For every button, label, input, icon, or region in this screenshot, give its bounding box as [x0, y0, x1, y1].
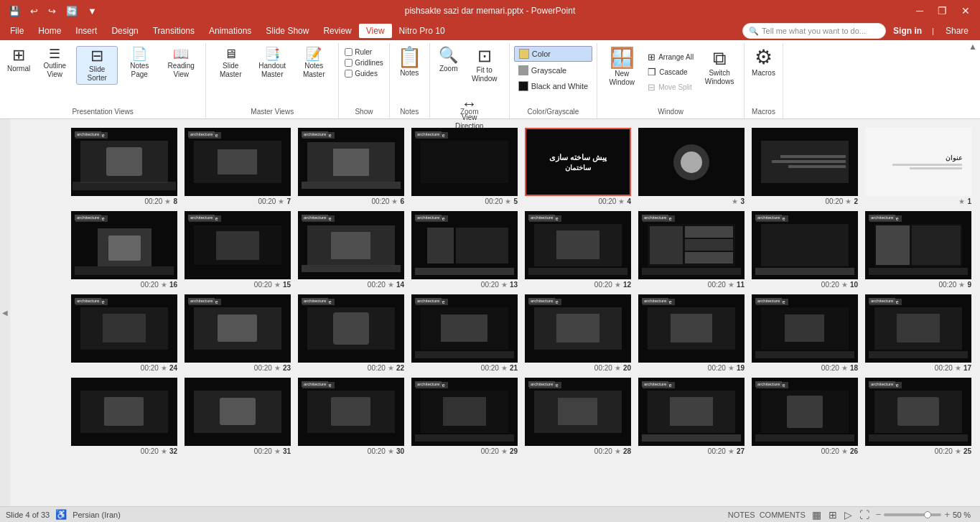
switch-windows-button[interactable]: ⧉ Switch Windows	[699, 46, 739, 89]
slide-thumb-23[interactable]: architecture	[185, 294, 291, 363]
slide-item-12[interactable]: architecture 00:20 ★ 12	[523, 210, 633, 290]
slide-thumb-30[interactable]: architecture	[298, 378, 404, 446]
customize-icon[interactable]: ▼	[85, 4, 100, 18]
slide-thumb-1[interactable]: عنوان	[865, 128, 971, 196]
slide-item-9[interactable]: architecture 00:20 ★ 9	[864, 210, 973, 290]
zoom-button[interactable]: 🔍 Zoom	[434, 46, 463, 75]
slide-thumb-24[interactable]: architecture	[71, 294, 177, 363]
slide-item-2[interactable]: 00:20 ★ 2	[750, 126, 859, 207]
slide-item-26[interactable]: architecture 00:20 ★ 26	[750, 376, 859, 457]
slide-item-32[interactable]: 00:20 ★ 32	[70, 376, 179, 457]
zoom-level[interactable]: 50 %	[953, 511, 974, 519]
new-window-button[interactable]: 🪟 New Window	[602, 46, 642, 89]
slide-thumb-22[interactable]: architecture	[298, 294, 404, 363]
notes-button[interactable]: 📋 Notes	[394, 46, 425, 79]
notes-page-button[interactable]: 📄 Notes Page	[119, 46, 159, 80]
save-icon[interactable]: 💾	[6, 4, 23, 18]
reading-view-status-icon[interactable]: ▷	[842, 508, 854, 521]
slide-thumb-10[interactable]: architecture	[752, 211, 858, 279]
slide-item-3[interactable]: ★ 3	[637, 126, 746, 207]
slide-thumb-27[interactable]: architecture	[638, 378, 745, 446]
gridlines-checkbox[interactable]: Gridlines	[343, 58, 384, 67]
comments-toggle-button[interactable]: COMMENTS	[760, 511, 806, 519]
slide-thumb-32[interactable]	[71, 378, 177, 446]
slide-item-7[interactable]: architecture 00:20 ★ 7	[183, 126, 292, 207]
restore-button[interactable]: ❐	[933, 4, 951, 18]
slide-thumb-5[interactable]: architecture	[411, 128, 518, 196]
slide-item-16[interactable]: architecture 00:20 ★ 16	[70, 210, 179, 290]
outline-view-button[interactable]: ☰ Outline View	[34, 46, 75, 80]
slide-sorter-view[interactable]: architecture 00:20 ★ 8 architecture	[10, 119, 980, 506]
arrange-all-button[interactable]: ⊞ Arrange All	[645, 50, 696, 64]
signin-button[interactable]: Sign in	[886, 24, 929, 38]
slide-item-27[interactable]: architecture 00:20 ★ 27	[637, 376, 746, 457]
slide-thumb-6[interactable]: architecture	[298, 128, 404, 196]
reading-view-button[interactable]: 📖 Reading View	[161, 46, 201, 80]
menu-transitions[interactable]: Transitions	[146, 24, 202, 38]
slide-sorter-button[interactable]: ⊟ Slide Sorter	[76, 46, 118, 85]
slide-item-30[interactable]: architecture 00:20 ★ 30	[297, 376, 406, 457]
slide-thumb-18[interactable]: architecture	[752, 294, 858, 363]
undo-icon[interactable]: ↩	[27, 4, 41, 18]
slide-thumb-3[interactable]	[638, 128, 745, 196]
slide-thumb-25[interactable]: architecture	[865, 378, 971, 446]
menu-file[interactable]: File	[3, 24, 31, 38]
handout-master-button[interactable]: 📑 Handout Master	[252, 46, 292, 80]
move-split-button[interactable]: ⊟ Move Split	[645, 80, 696, 94]
minimize-button[interactable]: ─	[912, 4, 928, 18]
normal-view-icon[interactable]: ▦	[810, 508, 823, 521]
slide-item-21[interactable]: architecture 00:20 ★ 21	[410, 293, 519, 373]
menu-insert[interactable]: Insert	[68, 24, 104, 38]
cascade-button[interactable]: ❒ Cascade	[645, 65, 696, 79]
slideshow-view-icon[interactable]: ⛶	[857, 508, 872, 521]
menu-animations[interactable]: Animations	[202, 24, 258, 38]
slide-thumb-7[interactable]: architecture	[185, 128, 291, 196]
slide-item-29[interactable]: architecture 00:20 ★ 29	[410, 376, 519, 457]
slide-item-5[interactable]: architecture 00:20 ★ 5	[410, 126, 519, 207]
slide-thumb-4[interactable]: پیش ساخته سازی ساختمان	[525, 128, 631, 196]
close-button[interactable]: ✕	[957, 4, 974, 18]
slide-thumb-11[interactable]: architecture	[638, 211, 745, 279]
slide-thumb-17[interactable]: architecture	[865, 294, 971, 363]
slide-thumb-16[interactable]: architecture	[71, 211, 177, 279]
slide-thumb-29[interactable]: architecture	[411, 378, 518, 446]
menu-view[interactable]: View	[359, 24, 392, 38]
zoom-out-button[interactable]: −	[876, 509, 882, 520]
share-button[interactable]: Share	[937, 23, 977, 39]
slide-item-18[interactable]: architecture 00:20 ★ 18	[750, 293, 859, 373]
slide-thumb-9[interactable]: architecture	[865, 211, 971, 279]
ruler-checkbox[interactable]: Ruler	[343, 47, 384, 57]
slide-item-20[interactable]: architecture 00:20 ★ 20	[523, 293, 633, 373]
slide-thumb-15[interactable]: architecture	[185, 211, 291, 279]
slide-item-11[interactable]: architecture 00:20 ★ 11	[637, 210, 746, 290]
slide-thumb-31[interactable]	[185, 378, 291, 446]
menu-nitro[interactable]: Nitro Pro 10	[392, 24, 452, 38]
notes-master-button[interactable]: 📝 Notes Master	[294, 46, 334, 80]
slide-item-13[interactable]: architecture 00:20 ★ 13	[410, 210, 519, 290]
slide-master-button[interactable]: 🖥 Slide Master	[210, 46, 251, 80]
redo-icon[interactable]: ↪	[45, 4, 59, 18]
slide-thumb-19[interactable]: architecture	[638, 294, 745, 363]
menu-slideshow[interactable]: Slide Show	[258, 24, 316, 38]
slide-thumb-20[interactable]: architecture	[525, 294, 631, 363]
notes-toggle-button[interactable]: NOTES	[728, 511, 755, 519]
slide-item-22[interactable]: architecture 00:20 ★ 22	[297, 293, 406, 373]
slide-item-19[interactable]: architecture 00:20 ★ 19	[637, 293, 746, 373]
zoom-in-button[interactable]: +	[944, 509, 950, 520]
fit-window-button[interactable]: ⊡ Fit to Window	[465, 46, 505, 85]
macros-button[interactable]: ⚙ Macros	[749, 46, 778, 79]
slide-item-31[interactable]: 00:20 ★ 31	[183, 376, 292, 457]
menu-review[interactable]: Review	[316, 24, 358, 38]
slide-item-14[interactable]: architecture 00:20 ★ 14	[297, 210, 406, 290]
slide-thumb-21[interactable]: architecture	[411, 294, 518, 363]
slide-item-23[interactable]: architecture 00:20 ★ 23	[183, 293, 292, 373]
menu-home[interactable]: Home	[31, 24, 68, 38]
slide-item-24[interactable]: architecture 00:20 ★ 24	[70, 293, 179, 373]
slide-thumb-14[interactable]: architecture	[298, 211, 404, 279]
tell-me-input[interactable]: 🔍 Tell me what you want to do...	[742, 23, 886, 39]
slide-thumb-26[interactable]: architecture	[752, 378, 858, 446]
black-white-button[interactable]: Black and White	[514, 79, 592, 93]
normal-view-button[interactable]: ⊞ Normal	[4, 46, 33, 75]
slide-thumb-28[interactable]: architecture	[525, 378, 631, 446]
slide-thumb-13[interactable]: architecture	[411, 211, 518, 279]
